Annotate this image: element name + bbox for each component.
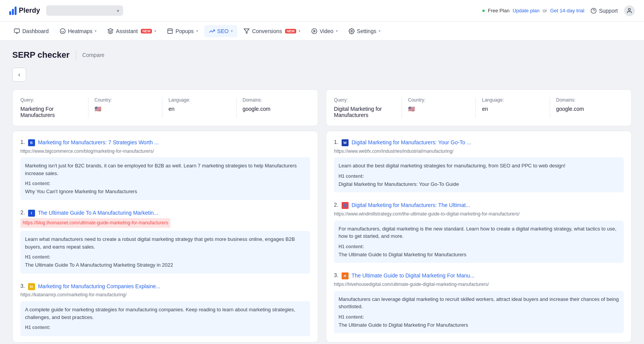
right-column: Query: Digital Marketing for Manufacture… bbox=[326, 89, 632, 342]
nav-label-heatmaps: Heatmaps bbox=[68, 28, 93, 34]
nav-item-settings[interactable]: Settings ▾ bbox=[344, 25, 385, 37]
left-language-field: Language: en bbox=[162, 97, 237, 118]
right-results-panel: 1. W Digital Marketing for Manufacturers… bbox=[326, 131, 632, 342]
compare-link[interactable]: Compare bbox=[82, 52, 105, 58]
result-number: 3. bbox=[334, 272, 339, 278]
back-button[interactable]: ‹ bbox=[12, 68, 26, 82]
nav-label-conversions: Conversions bbox=[252, 28, 282, 34]
page-header: SERP checker Compare bbox=[12, 50, 632, 60]
nav-item-popups[interactable]: Popups ▾ bbox=[162, 25, 202, 37]
result-number: 2. bbox=[334, 202, 339, 208]
header-left: Plerdy bbox=[9, 5, 123, 16]
nav-item-conversions[interactable]: Conversions NEW ▾ bbox=[239, 25, 305, 37]
h1-value: Digital Marketing for Manufacturers: You… bbox=[339, 180, 619, 188]
result-number: 3. bbox=[20, 283, 25, 289]
plan-label: Free Plan bbox=[488, 8, 509, 13]
seo-icon bbox=[209, 28, 215, 34]
popups-icon bbox=[167, 28, 173, 34]
left-column: Query: Marketing For Manufacturers Count… bbox=[12, 89, 318, 342]
nav-item-assistant[interactable]: Assistant NEW ▾ bbox=[103, 25, 161, 37]
h1-label: H1 content: bbox=[339, 173, 619, 180]
user-avatar[interactable] bbox=[624, 5, 635, 16]
nav-label-dashboard: Dashboard bbox=[22, 28, 49, 34]
right-country-field: Country: 🇺🇸 bbox=[402, 97, 476, 118]
update-plan-link[interactable]: Update plan bbox=[512, 8, 539, 13]
logo-bar-2 bbox=[12, 9, 14, 15]
h1-label: H1 content: bbox=[339, 314, 619, 321]
nav-item-seo[interactable]: SEO ▾ bbox=[204, 25, 238, 37]
heatmaps-chevron-icon: ▾ bbox=[95, 29, 97, 33]
right-language-value: en bbox=[482, 106, 544, 112]
video-icon bbox=[311, 28, 317, 34]
conversions-icon bbox=[244, 28, 250, 34]
result-number: 1. bbox=[334, 139, 339, 145]
nav-label-assistant: Assistant bbox=[116, 28, 138, 34]
result-title-link[interactable]: Marketing for Manufacturers: 7 Strategie… bbox=[38, 139, 159, 147]
user-icon bbox=[626, 8, 632, 14]
result-snippet: Learn what manufacturers need to create … bbox=[20, 231, 310, 274]
svg-marker-11 bbox=[314, 30, 315, 32]
right-query-value: Digital Marketing for Manufacturers bbox=[334, 106, 395, 118]
header-right: Free Plan Update plan or Get 14-day tria… bbox=[482, 5, 635, 16]
result-title-link[interactable]: Digital Marketing for Manufacturers: You… bbox=[352, 139, 471, 147]
trial-link[interactable]: Get 14-day trial bbox=[550, 8, 584, 13]
plan-status-dot bbox=[482, 10, 485, 12]
popups-chevron-icon: ▾ bbox=[196, 29, 198, 33]
assistant-badge: NEW bbox=[141, 29, 152, 33]
h1-label: H1 content: bbox=[25, 180, 305, 187]
result-snippet: Manufacturers can leverage digital marke… bbox=[334, 291, 624, 334]
left-domains-label: Domains: bbox=[243, 97, 304, 103]
result-url: https://katanamrp.com/marketing-for-manu… bbox=[20, 292, 310, 298]
result-title-row: 1. B Marketing for Manufacturers: 7 Stra… bbox=[20, 139, 310, 147]
nav-item-video[interactable]: Video ▾ bbox=[307, 25, 342, 37]
nav-item-heatmaps[interactable]: Heatmaps ▾ bbox=[55, 25, 102, 37]
nav-label-video: Video bbox=[320, 28, 334, 34]
left-language-value: en bbox=[169, 106, 230, 112]
site-selector-wrapper bbox=[46, 5, 123, 16]
left-query-field: Query: Marketing For Manufacturers bbox=[20, 97, 88, 118]
settings-icon bbox=[349, 28, 355, 34]
right-language-label: Language: bbox=[482, 97, 544, 103]
h1-value: The Ultimate Guide to Digital Marketing … bbox=[339, 251, 619, 259]
result-snippet: For manufacturers, digital marketing is … bbox=[334, 220, 624, 263]
h1-label: H1 content: bbox=[25, 254, 305, 261]
right-domains-value: google.com bbox=[556, 106, 618, 112]
nav-label-popups: Popups bbox=[175, 28, 194, 34]
right-query-field: Query: Digital Marketing for Manufacture… bbox=[334, 97, 402, 118]
result-url: https://www.webfx.com/industries/industr… bbox=[334, 148, 624, 155]
result-title-link[interactable]: Marketing for Manufacturing Companies Ex… bbox=[38, 283, 160, 291]
right-domains-label: Domains: bbox=[556, 97, 618, 103]
result-title-link[interactable]: The Ultimate Guide to Digital Marketing … bbox=[352, 272, 475, 280]
page-title: SERP checker bbox=[12, 50, 70, 60]
svg-marker-9 bbox=[244, 29, 249, 33]
heatmap-icon bbox=[60, 28, 66, 34]
result-title-link[interactable]: Digital Marketing for Manufacturers: The… bbox=[352, 202, 470, 209]
result-title-row: 2. t The Ultimate Guide To A Manufacturi… bbox=[20, 209, 310, 217]
right-country-flag: 🇺🇸 bbox=[408, 106, 470, 112]
monitor-icon bbox=[14, 28, 20, 34]
logo: Plerdy bbox=[9, 7, 40, 15]
result-title-link[interactable]: The Ultimate Guide To A Manufacturing Ma… bbox=[38, 209, 158, 217]
or-label: or bbox=[543, 8, 547, 13]
logo-icon bbox=[9, 7, 17, 15]
result-snippet: Marketing isn't just for B2C brands, it … bbox=[20, 157, 310, 200]
support-button[interactable]: Support bbox=[591, 8, 618, 14]
left-country-label: Country: bbox=[95, 97, 156, 103]
result-title-row: 3. kt Marketing for Manufacturing Compan… bbox=[20, 283, 310, 291]
nav-label-seo: SEO bbox=[217, 28, 229, 34]
h1-value: Why You Can't Ignore Marketing for Manuf… bbox=[25, 188, 305, 195]
h1-value: The Ultimate Guide to Digital Marketing … bbox=[339, 321, 619, 329]
h1-value: The Ultimate Guide To A Manufacturing Ma… bbox=[25, 261, 305, 269]
svg-rect-7 bbox=[168, 29, 172, 33]
header: Plerdy Free Plan Update plan or Get 14-d… bbox=[0, 0, 644, 22]
svg-point-2 bbox=[628, 8, 630, 10]
conversions-chevron-icon: ▾ bbox=[299, 29, 300, 33]
result-number: 1. bbox=[20, 139, 25, 145]
left-query-card: Query: Marketing For Manufacturers Count… bbox=[12, 89, 318, 126]
nav-item-dashboard[interactable]: Dashboard bbox=[9, 25, 53, 37]
site-selector[interactable] bbox=[46, 5, 123, 16]
support-icon bbox=[591, 8, 597, 14]
result-url: https://www.bigcommerce.com/blog/marketi… bbox=[20, 148, 310, 155]
right-domains-field: Domains: google.com bbox=[550, 97, 624, 118]
right-query-label: Query: bbox=[334, 97, 395, 103]
